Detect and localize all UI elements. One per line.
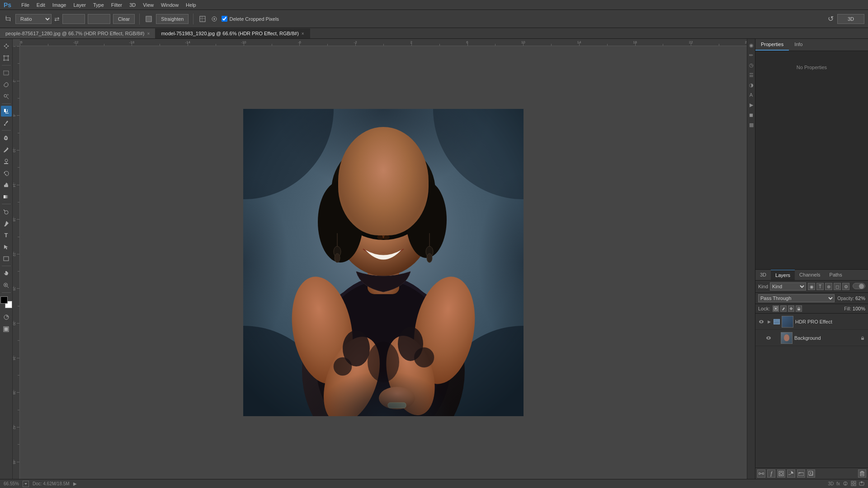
lock-pixels-icon[interactable] [773,305,779,312]
quick-mask-tool[interactable] [1,312,12,323]
history-icon[interactable]: ◷ [748,61,755,69]
rotate-icon[interactable]: ↺ [828,14,834,23]
zoom-tool[interactable] [1,280,12,291]
type-icon[interactable]: A [748,91,755,99]
tab-close-0[interactable]: × [147,31,150,36]
opacity-value[interactable]: 62% [855,296,865,301]
gradient-tool[interactable] [1,191,12,202]
screen-mode-tool[interactable] [1,324,12,334]
histogram-icon[interactable]: ▦ [748,121,755,128]
lock-all-icon[interactable] [796,305,802,312]
pen-tool[interactable] [1,218,12,229]
layer-hdr-pro-effect[interactable]: ▶ HDR PRO Effect [755,314,868,330]
tab-0[interactable]: people-875617_1280.jpg @ 66.7% (HDR PRO … [0,28,156,38]
color-swatch-icon[interactable]: ◼ [748,111,755,118]
marquee-tool[interactable] [1,67,12,78]
arrange-icon-status[interactable] [851,481,856,487]
type-tool[interactable]: T [1,230,12,240]
layer-expand-hdr[interactable]: ▶ [766,319,772,324]
add-mask-btn[interactable] [777,469,785,478]
history-brush-tool[interactable] [1,168,12,178]
new-group-btn[interactable] [797,469,805,478]
link-layers-btn[interactable] [757,469,765,478]
new-layer-btn[interactable] [807,469,815,478]
menu-bar: Ps FileEditImageLayerTypeFilter3DViewWin… [0,0,868,10]
color-picker-icon[interactable]: ◉ [748,42,755,49]
play-icon[interactable]: ▶ [748,101,755,108]
lasso-tool[interactable] [1,79,12,90]
ratio-input-2[interactable] [88,14,110,24]
crop-tool[interactable] [1,106,12,117]
tab-1[interactable]: model-751983_1920.jpg @ 66.6% (HDR PRO E… [156,28,310,38]
brush-preset-icon[interactable]: ✏ [748,52,755,59]
filter-toggle[interactable] [853,283,865,289]
menu-edit[interactable]: Edit [33,1,49,9]
layer-background[interactable]: Background [755,330,868,346]
lock-brush-icon[interactable] [780,305,787,312]
3d-icon-status[interactable]: 3D [828,481,834,486]
svg-point-73 [366,218,368,220]
foreground-color[interactable] [0,296,8,304]
overlay-options-icon[interactable] [210,14,219,23]
filter-pixel-icon[interactable]: ◉ [808,283,815,290]
adjustment-btn[interactable] [787,469,795,478]
dodge-tool[interactable] [1,206,12,217]
tab-properties[interactable]: Properties [755,39,789,51]
color-swatches[interactable] [0,296,12,308]
zoom-options-icon[interactable] [23,481,29,487]
menu-view[interactable]: View [139,1,157,9]
straighten-button[interactable]: Straighten [156,14,189,24]
tab-channels[interactable]: Channels [795,270,825,280]
layer-visibility-hdr[interactable] [758,319,764,325]
delete-layer-btn[interactable] [858,469,866,478]
eyedropper-tool[interactable] [1,117,12,128]
shape-tool[interactable] [1,253,12,264]
swap-icon[interactable]: ⇄ [54,15,60,23]
filter-smart-icon[interactable]: ⚙ [842,283,849,290]
correction-icon-status[interactable] [843,481,848,487]
menu-filter[interactable]: Filter [108,1,126,9]
tab-close-1[interactable]: × [302,31,304,36]
doc-info-arrow[interactable]: ▶ [73,481,77,486]
fill-value[interactable]: 100% [853,306,865,311]
clear-button[interactable]: Clear [113,14,135,24]
delete-cropped-checkbox[interactable]: Delete Cropped Pixels [222,16,278,22]
brush-tool[interactable] [1,144,12,155]
quick-select-tool[interactable] [1,91,12,102]
menu-file[interactable]: File [18,1,33,9]
ratio-input-1[interactable] [62,14,85,24]
tab-paths[interactable]: Paths [825,270,847,280]
healing-tool[interactable] [1,132,12,143]
publish-icon-status[interactable] [859,481,864,487]
menu-image[interactable]: Image [49,1,70,9]
artboard-tool[interactable] [1,52,12,63]
fx-icon-status[interactable]: fx [836,481,840,486]
adjustments-icon[interactable]: ◑ [748,81,755,89]
eraser-tool[interactable] [1,179,12,190]
tab-layers[interactable]: Layers [771,270,795,280]
menu-type[interactable]: Type [90,1,108,9]
filter-adj-icon[interactable]: ⊕ [825,283,832,290]
tab-info[interactable]: Info [789,39,808,51]
library-icon[interactable]: ☰ [748,71,755,79]
overlay-icon[interactable] [198,14,207,23]
lock-transform-icon[interactable] [788,305,794,312]
filter-type-icon[interactable]: T [816,283,824,290]
layer-visibility-bg[interactable] [765,335,772,341]
hand-tool[interactable] [1,268,12,279]
menu-help[interactable]: Help [182,1,200,9]
ruler-left-num: -42 [13,425,16,429]
ratio-select[interactable]: Ratio [15,14,52,24]
ruler-num: 18 [633,40,637,44]
menu-window[interactable]: Window [157,1,182,9]
blend-mode-select[interactable]: Pass Through [758,294,835,302]
stamp-tool[interactable] [1,156,12,167]
path-selection-tool[interactable] [1,241,12,252]
menu-3d[interactable]: 3D [126,1,139,9]
menu-layer[interactable]: Layer [70,1,90,9]
tab-3d[interactable]: 3D [755,270,771,280]
filter-kind-select[interactable]: Kind [770,282,806,291]
filter-shape-icon[interactable]: ◻ [834,283,841,290]
move-tool[interactable] [1,41,12,52]
add-style-btn[interactable]: ƒ [767,469,775,478]
